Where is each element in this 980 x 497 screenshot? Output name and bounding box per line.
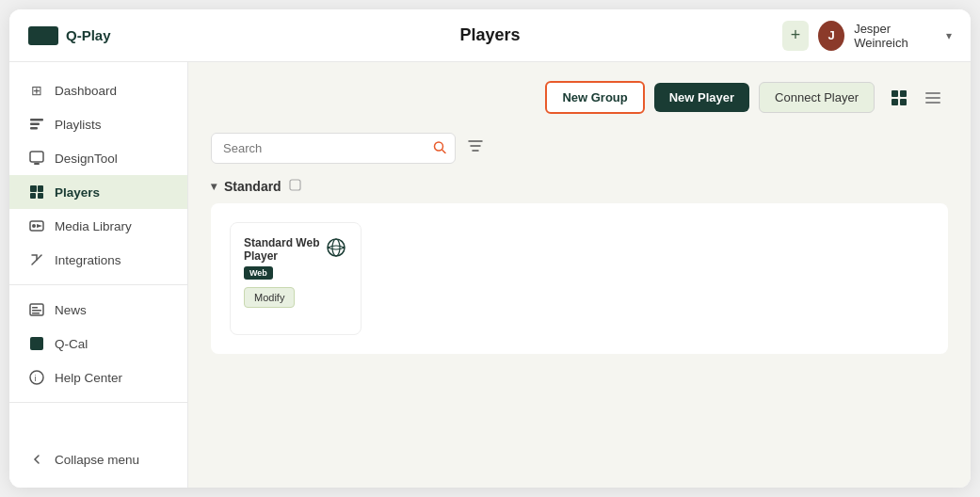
players-grid: Standard Web Player Web bbox=[211, 203, 948, 354]
top-bar: Q-Play Players + J Jesper Weinreich ▾ bbox=[9, 9, 971, 62]
sidebar-item-collapse[interactable]: Collapse menu bbox=[9, 442, 187, 476]
svg-point-25 bbox=[435, 142, 443, 151]
sidebar-item-label: Q-Cal bbox=[55, 337, 88, 351]
sidebar-item-dashboard[interactable]: ⊞ Dashboard bbox=[9, 73, 187, 107]
chevron-down-icon[interactable]: ▾ bbox=[946, 29, 952, 42]
page-title: Players bbox=[198, 25, 782, 45]
collapse-icon bbox=[28, 451, 45, 468]
svg-rect-2 bbox=[30, 127, 38, 130]
media-library-icon bbox=[28, 217, 45, 234]
group-name: Standard bbox=[224, 179, 281, 194]
user-name: Jesper Weinreich bbox=[854, 22, 937, 50]
svg-rect-1 bbox=[30, 123, 40, 126]
svg-rect-6 bbox=[38, 185, 43, 192]
sidebar-item-label: Playlists bbox=[55, 118, 102, 132]
sidebar-item-label: Help Center bbox=[55, 371, 122, 385]
svg-rect-5 bbox=[30, 185, 37, 192]
new-group-button[interactable]: New Group bbox=[545, 81, 644, 114]
svg-rect-0 bbox=[30, 119, 43, 121]
svg-point-28 bbox=[332, 239, 340, 256]
svg-rect-8 bbox=[38, 193, 43, 199]
player-modify-button[interactable]: Modify bbox=[244, 287, 295, 308]
svg-rect-23 bbox=[925, 97, 940, 99]
sidebar-item-label: Dashboard bbox=[55, 84, 117, 98]
top-right-actions: + J Jesper Weinreich ▾ bbox=[782, 21, 952, 51]
list-view-button[interactable] bbox=[918, 83, 948, 113]
svg-rect-18 bbox=[892, 90, 898, 97]
player-card-header: Standard Web Player Web bbox=[244, 236, 347, 280]
collapse-label: Collapse menu bbox=[55, 453, 139, 467]
group-section: ▾ Standard Standard Web Player Web bbox=[211, 179, 948, 354]
sidebar-item-label: DesignTool bbox=[55, 152, 118, 166]
avatar: J bbox=[818, 21, 844, 51]
view-toggle bbox=[884, 83, 948, 113]
player-globe-icon bbox=[325, 236, 347, 264]
svg-rect-20 bbox=[892, 99, 898, 105]
sidebar-item-label: Players bbox=[55, 185, 100, 200]
sidebar-item-label: Media Library bbox=[55, 219, 132, 233]
group-edit-icon[interactable] bbox=[289, 179, 301, 194]
connect-player-button[interactable]: Connect Player bbox=[759, 82, 875, 113]
logo-icon bbox=[28, 26, 58, 45]
content-area: New Group New Player Connect Player bbox=[188, 62, 971, 488]
sidebar-item-playlists[interactable]: Playlists bbox=[9, 107, 187, 141]
sidebar-item-news[interactable]: News bbox=[9, 293, 187, 327]
svg-rect-13 bbox=[32, 310, 41, 312]
sidebar-divider-2 bbox=[9, 402, 187, 403]
sidebar-item-integrations[interactable]: Integrations bbox=[9, 243, 187, 277]
svg-rect-3 bbox=[30, 152, 43, 162]
app-window: Q-Play Players + J Jesper Weinreich ▾ ⊞ … bbox=[9, 9, 971, 488]
new-player-button[interactable]: New Player bbox=[654, 83, 749, 112]
integrations-icon bbox=[28, 251, 45, 268]
players-icon bbox=[28, 184, 45, 200]
playlists-icon bbox=[28, 116, 45, 133]
player-info: Standard Web Player Web bbox=[244, 236, 325, 280]
sidebar-item-media-library[interactable]: Media Library bbox=[9, 209, 187, 243]
svg-rect-24 bbox=[925, 102, 940, 104]
sidebar-item-help-center[interactable]: i Help Center bbox=[9, 361, 187, 394]
svg-rect-19 bbox=[900, 90, 907, 97]
help-icon: i bbox=[28, 369, 45, 386]
grid-view-button[interactable] bbox=[884, 83, 914, 113]
filter-icon[interactable] bbox=[467, 137, 484, 159]
sidebar-divider bbox=[9, 284, 187, 285]
svg-rect-22 bbox=[925, 92, 940, 94]
sidebar-item-label: News bbox=[55, 303, 87, 317]
logo-area: Q-Play bbox=[28, 26, 198, 45]
q-cal-icon bbox=[28, 335, 45, 352]
main-layout: ⊞ Dashboard Playlists bbox=[9, 62, 971, 488]
player-card: Standard Web Player Web bbox=[230, 222, 361, 335]
svg-point-16 bbox=[30, 371, 43, 384]
sidebar-bottom: Collapse menu bbox=[9, 442, 187, 476]
group-header: ▾ Standard bbox=[211, 179, 948, 194]
add-button[interactable]: + bbox=[782, 21, 809, 51]
player-type-badge: Web bbox=[244, 266, 273, 280]
sidebar-item-design-tool[interactable]: DesignTool bbox=[9, 141, 187, 175]
sidebar-item-label: Integrations bbox=[55, 253, 121, 267]
toolbar: New Group New Player Connect Player bbox=[211, 81, 948, 114]
svg-point-27 bbox=[328, 239, 345, 256]
search-icon bbox=[433, 140, 446, 156]
news-icon bbox=[28, 301, 45, 318]
design-tool-icon bbox=[28, 150, 45, 167]
svg-rect-12 bbox=[32, 307, 38, 309]
search-input[interactable] bbox=[211, 133, 456, 164]
sidebar-item-players[interactable]: Players bbox=[9, 175, 187, 209]
svg-point-10 bbox=[32, 224, 36, 228]
svg-rect-15 bbox=[30, 337, 43, 350]
dashboard-icon: ⊞ bbox=[28, 82, 45, 99]
sidebar: ⊞ Dashboard Playlists bbox=[9, 62, 188, 488]
search-filter-row bbox=[211, 133, 948, 164]
svg-text:i: i bbox=[35, 374, 37, 383]
svg-rect-21 bbox=[900, 99, 907, 105]
logo-text: Q-Play bbox=[66, 27, 111, 43]
svg-rect-7 bbox=[30, 193, 36, 199]
svg-rect-14 bbox=[32, 313, 40, 314]
svg-rect-4 bbox=[34, 163, 40, 165]
svg-rect-26 bbox=[290, 180, 300, 190]
sidebar-item-q-cal[interactable]: Q-Cal bbox=[9, 327, 187, 361]
search-box bbox=[211, 133, 456, 164]
player-name: Standard Web Player bbox=[244, 236, 325, 263]
group-toggle-icon[interactable]: ▾ bbox=[211, 180, 217, 193]
